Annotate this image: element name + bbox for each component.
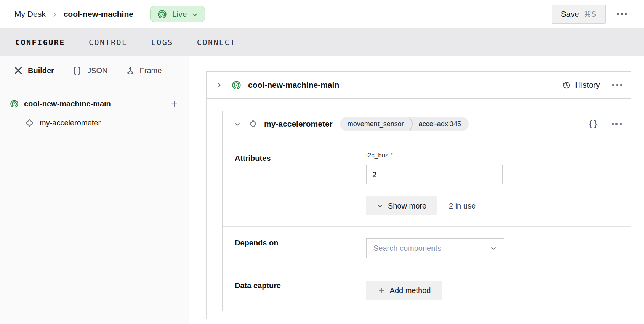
save-shortcut-hint: ⌘S [584, 10, 596, 19]
tab-logs[interactable]: LOGS [151, 38, 173, 47]
mode-json-label: JSON [87, 66, 107, 75]
live-icon [10, 99, 19, 109]
machine-part-card: cool-new-machine-main History [206, 71, 631, 99]
component-tree: cool-new-machine-main my-accelerometer [0, 85, 189, 132]
crossed-tools-icon [14, 66, 23, 75]
history-clock-icon [562, 81, 571, 90]
add-component-button[interactable] [170, 100, 178, 108]
braces-icon: {} [72, 66, 82, 75]
depends-on-section-label: Depends on [223, 227, 366, 269]
edit-json-button[interactable]: {} [588, 119, 598, 128]
tree-item-machine-part[interactable]: cool-new-machine-main [0, 94, 189, 113]
breadcrumb: My Desk cool-new-machine [14, 10, 133, 19]
tab-control[interactable]: CONTROL [89, 38, 128, 47]
tab-configure[interactable]: CONFIGURE [15, 38, 65, 47]
machine-tab-bar: CONFIGURE CONTROL LOGS CONNECT [0, 28, 644, 56]
mode-builder[interactable]: Builder [14, 66, 54, 75]
configure-sidebar: Builder {} JSON Frame [0, 56, 189, 324]
breadcrumb-current: cool-new-machine [64, 10, 133, 19]
tree-item-accelerometer[interactable]: my-accelerometer [0, 113, 189, 132]
breadcrumb-parent-link[interactable]: My Desk [14, 10, 46, 19]
plus-icon [378, 287, 385, 294]
component-model-tag: accel-adxl345 [414, 120, 469, 128]
chevron-down-icon [490, 245, 497, 252]
tree-connector-line [206, 99, 207, 319]
tag-divider-chevron-icon [409, 117, 414, 131]
attributes-section: Attributes i2c_bus* Show more 2 in use [223, 137, 631, 226]
machine-status-dropdown[interactable]: Live [150, 6, 205, 22]
component-type-tag: movement_sensor [340, 120, 409, 128]
diamond-icon [248, 119, 258, 128]
data-capture-section: Data capture Add method [223, 269, 631, 311]
i2c-bus-field-label: i2c_bus* [366, 152, 503, 159]
save-button-label: Save [561, 10, 579, 19]
attributes-in-use-count: 2 in use [449, 202, 476, 210]
add-method-button[interactable]: Add method [366, 281, 442, 300]
component-menu-button[interactable] [612, 123, 622, 125]
configure-main-panel: cool-new-machine-main History my-acceler… [189, 56, 644, 324]
mode-builder-label: Builder [28, 66, 54, 75]
save-button[interactable]: Save ⌘S [552, 5, 606, 24]
mode-json[interactable]: {} JSON [72, 66, 108, 75]
config-mode-switcher: Builder {} JSON Frame [0, 56, 189, 85]
live-icon [157, 9, 167, 19]
component-card-header: my-accelerometer movement_sensor accel-a… [223, 111, 631, 137]
tree-item-label: my-accelerometer [40, 119, 101, 127]
component-type-model-tag: movement_sensor accel-adxl345 [340, 117, 469, 131]
expand-part-chevron-icon[interactable] [216, 82, 222, 88]
show-more-button[interactable]: Show more [366, 196, 437, 215]
top-header: My Desk cool-new-machine Live Save ⌘S [0, 0, 644, 28]
show-more-label: Show more [388, 202, 426, 210]
tab-connect[interactable]: CONNECT [197, 38, 236, 47]
chevron-down-icon [377, 203, 383, 209]
component-card: my-accelerometer movement_sensor accel-a… [222, 111, 631, 311]
mode-frame-label: Frame [140, 66, 162, 75]
frame-axes-icon [126, 66, 135, 75]
mode-frame[interactable]: Frame [126, 66, 162, 75]
machine-menu-button[interactable] [617, 13, 627, 15]
part-menu-button[interactable] [612, 84, 623, 86]
i2c-bus-input[interactable] [366, 165, 503, 184]
live-icon [231, 80, 242, 90]
collapse-component-chevron-icon[interactable] [234, 121, 240, 127]
part-card-title: cool-new-machine-main [248, 80, 339, 90]
required-marker: * [391, 152, 393, 159]
breadcrumb-chevron-icon [52, 12, 57, 17]
depends-on-placeholder: Search components [373, 244, 441, 253]
chevron-down-icon [192, 11, 198, 18]
attributes-section-label: Attributes [223, 137, 366, 226]
history-button[interactable]: History [562, 80, 600, 90]
depends-on-section: Depends on Search components [223, 226, 631, 269]
depends-on-select[interactable]: Search components [366, 238, 504, 258]
tree-item-label: cool-new-machine-main [24, 99, 111, 108]
history-label: History [575, 80, 600, 90]
component-name: my-accelerometer [264, 119, 333, 128]
machine-status-label: Live [172, 10, 187, 19]
data-capture-section-label: Data capture [223, 269, 366, 311]
diamond-icon [25, 119, 34, 127]
add-method-label: Add method [390, 286, 431, 295]
